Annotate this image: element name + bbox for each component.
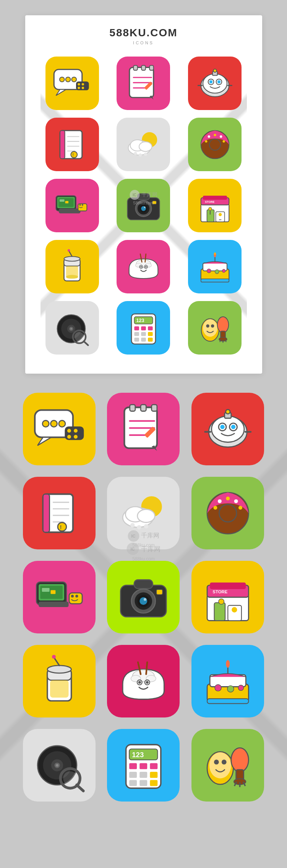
svg-point-2 bbox=[66, 77, 71, 82]
svg-rect-248 bbox=[140, 763, 148, 769]
drink-icon[interactable] bbox=[45, 240, 99, 293]
large-notepad-icon[interactable] bbox=[107, 393, 180, 465]
svg-rect-203 bbox=[157, 589, 163, 594]
svg-rect-253 bbox=[129, 780, 137, 786]
site-subtitle: ICONS bbox=[41, 40, 247, 45]
svg-line-243 bbox=[77, 785, 83, 791]
svg-point-128 bbox=[206, 324, 209, 327]
large-chicken-icon[interactable] bbox=[191, 729, 264, 802]
svg-point-76 bbox=[219, 213, 222, 216]
svg-point-176 bbox=[138, 509, 155, 522]
large-mountain-icon[interactable] bbox=[191, 393, 264, 465]
calculator-icon[interactable]: 123 bbox=[117, 301, 170, 355]
svg-rect-58 bbox=[59, 209, 80, 213]
svg-point-211 bbox=[219, 599, 224, 604]
camera-icon[interactable] bbox=[117, 179, 170, 232]
svg-rect-254 bbox=[140, 780, 148, 786]
svg-point-35 bbox=[71, 151, 78, 158]
large-game-icon[interactable] bbox=[23, 561, 96, 633]
svg-text:!: ! bbox=[73, 152, 74, 157]
donut-icon[interactable] bbox=[188, 118, 242, 171]
svg-point-232 bbox=[238, 685, 243, 690]
svg-line-227 bbox=[146, 662, 148, 674]
svg-point-216 bbox=[52, 655, 56, 659]
svg-point-61 bbox=[82, 204, 83, 206]
rice-bowl-icon[interactable] bbox=[117, 240, 170, 293]
large-cloud-icon[interactable] bbox=[107, 477, 180, 549]
svg-point-184 bbox=[238, 506, 242, 510]
svg-point-138 bbox=[50, 420, 57, 427]
large-rice-bowl-icon[interactable] bbox=[107, 645, 180, 717]
svg-point-129 bbox=[211, 324, 214, 327]
svg-point-24 bbox=[217, 80, 220, 83]
svg-point-40 bbox=[139, 142, 152, 151]
svg-marker-140 bbox=[37, 437, 51, 445]
svg-point-104 bbox=[214, 252, 216, 254]
svg-point-225 bbox=[146, 681, 149, 683]
mountain-robot-icon[interactable] bbox=[188, 57, 242, 110]
svg-point-23 bbox=[209, 80, 212, 83]
svg-point-82 bbox=[64, 256, 80, 261]
svg-point-8 bbox=[78, 86, 80, 89]
svg-rect-121 bbox=[141, 332, 146, 336]
store-icon[interactable]: STORE bbox=[188, 179, 242, 232]
svg-point-260 bbox=[231, 748, 248, 772]
svg-point-183 bbox=[234, 499, 238, 503]
svg-rect-197 bbox=[134, 580, 152, 588]
svg-line-113 bbox=[84, 341, 88, 345]
svg-point-50 bbox=[205, 140, 207, 142]
svg-point-52 bbox=[209, 139, 220, 150]
svg-rect-149 bbox=[152, 405, 157, 411]
svg-text:123: 123 bbox=[136, 317, 144, 323]
large-donut-icon[interactable] bbox=[191, 477, 264, 549]
svg-point-46 bbox=[208, 135, 210, 138]
svg-point-224 bbox=[138, 681, 141, 683]
large-calculator-icon[interactable]: 123 bbox=[107, 729, 180, 802]
svg-point-112 bbox=[75, 332, 84, 342]
svg-rect-251 bbox=[140, 772, 148, 778]
large-store-icon[interactable]: STORE bbox=[191, 561, 264, 633]
notepad-pencil-icon[interactable] bbox=[117, 57, 170, 110]
book-icon[interactable]: ! bbox=[45, 118, 99, 171]
svg-point-142 bbox=[67, 429, 71, 432]
svg-rect-30 bbox=[60, 130, 65, 159]
svg-rect-123 bbox=[134, 337, 139, 342]
svg-rect-12 bbox=[141, 65, 146, 70]
cake-icon[interactable] bbox=[188, 240, 242, 293]
vinyl-icon[interactable] bbox=[45, 301, 99, 355]
svg-point-231 bbox=[227, 685, 233, 692]
svg-point-93 bbox=[140, 266, 142, 267]
chat-bubble-icon[interactable] bbox=[45, 57, 99, 110]
svg-rect-13 bbox=[149, 65, 154, 70]
svg-point-181 bbox=[217, 499, 221, 503]
cloud-sun-icon[interactable] bbox=[117, 118, 170, 171]
svg-point-130 bbox=[217, 317, 228, 333]
svg-point-139 bbox=[59, 420, 65, 427]
large-cake-icon[interactable] bbox=[191, 645, 264, 717]
game-console-icon[interactable] bbox=[45, 179, 99, 232]
svg-rect-72 bbox=[203, 196, 227, 200]
svg-point-68 bbox=[144, 206, 146, 208]
svg-point-42 bbox=[139, 153, 142, 156]
svg-point-179 bbox=[144, 524, 148, 528]
svg-rect-124 bbox=[141, 337, 146, 342]
large-vinyl-icon[interactable] bbox=[23, 729, 96, 802]
svg-rect-147 bbox=[130, 405, 135, 411]
large-drink-icon[interactable] bbox=[23, 645, 96, 717]
large-chat-icon[interactable] bbox=[23, 393, 96, 465]
svg-rect-193 bbox=[69, 593, 82, 604]
svg-point-178 bbox=[137, 525, 141, 529]
large-book-icon[interactable]: ! bbox=[23, 477, 96, 549]
chicken-icon[interactable] bbox=[188, 301, 242, 355]
svg-rect-117 bbox=[134, 326, 139, 330]
svg-point-162 bbox=[225, 410, 230, 414]
large-camera-icon[interactable] bbox=[107, 561, 180, 633]
svg-rect-190 bbox=[42, 588, 50, 592]
site-title: 588KU.COM bbox=[41, 27, 247, 39]
svg-rect-119 bbox=[148, 326, 153, 330]
svg-rect-74 bbox=[207, 210, 214, 222]
svg-point-159 bbox=[220, 425, 224, 429]
svg-line-215 bbox=[54, 657, 59, 665]
svg-point-137 bbox=[42, 420, 49, 427]
svg-point-240 bbox=[56, 764, 58, 766]
